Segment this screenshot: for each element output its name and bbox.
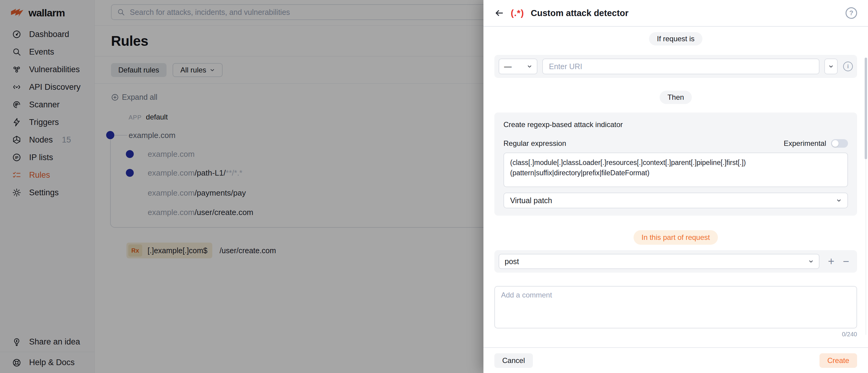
toggle-knob: [832, 140, 839, 147]
panel-title: Custom attack detector: [531, 8, 628, 18]
cancel-button[interactable]: Cancel: [494, 353, 533, 368]
remove-part-button[interactable]: −: [843, 256, 849, 267]
panel-footer: Cancel Create: [484, 347, 868, 373]
action-card: Create regexp-based attack indicator Reg…: [494, 113, 857, 216]
wallarm-app: wallarm Dashboard Events Vulnerabilities: [0, 0, 868, 373]
request-part-select[interactable]: post: [499, 254, 819, 269]
experimental-label: Experimental: [784, 139, 826, 148]
experimental-toggle[interactable]: [831, 139, 848, 148]
info-icon[interactable]: i: [843, 62, 853, 71]
in-this-part-of-request-pill: In this part of request: [633, 230, 718, 245]
request-part-value: post: [505, 257, 519, 266]
minus-icon: −: [843, 255, 849, 268]
panel-scrollbar-thumb[interactable]: [865, 58, 867, 159]
back-arrow-icon[interactable]: [494, 8, 504, 18]
if-request-is-pill: If request is: [649, 32, 703, 45]
panel-header: (.*) Custom attack detector ?: [484, 0, 868, 27]
then-label: Then: [668, 93, 684, 102]
regex-value-input[interactable]: (class[.]module[.]classLoader[.]resource…: [503, 153, 848, 187]
comment-char-counter: 0/240: [494, 331, 857, 338]
add-condition-dropdown[interactable]: [824, 59, 838, 74]
create-label: Create: [827, 356, 849, 365]
regular-expression-label: Regular expression: [503, 139, 566, 148]
experimental-control: Experimental: [784, 139, 848, 148]
info-glyph: i: [847, 63, 848, 70]
chevron-down-icon: [836, 198, 841, 203]
condition-row: — i: [494, 55, 857, 78]
comment-input[interactable]: [494, 286, 857, 329]
panel-body: If request is — i Then Create regexp-bas…: [484, 27, 868, 344]
then-pill: Then: [660, 91, 692, 104]
regex-rule-icon: (.*): [511, 8, 524, 18]
cancel-label: Cancel: [502, 356, 525, 365]
plus-icon: +: [828, 255, 834, 268]
uri-input[interactable]: [542, 59, 819, 74]
attack-type-select[interactable]: Virtual patch: [503, 193, 848, 208]
add-part-button[interactable]: +: [828, 256, 834, 267]
create-button[interactable]: Create: [819, 353, 857, 368]
custom-attack-detector-panel: (.*) Custom attack detector ? If request…: [484, 0, 868, 373]
regex-label-row: Regular expression Experimental: [503, 139, 848, 148]
help-icon[interactable]: ?: [845, 7, 857, 19]
if-request-is-label: If request is: [657, 35, 694, 43]
chevron-down-icon: [809, 259, 813, 264]
attack-type-value: Virtual patch: [510, 196, 552, 205]
condition-operator-select[interactable]: —: [499, 59, 537, 74]
chevron-down-icon: [527, 64, 532, 69]
action-title: Create regexp-based attack indicator: [503, 120, 848, 129]
in-this-part-of-request-label: In this part of request: [642, 233, 710, 242]
operator-value: —: [504, 62, 512, 71]
help-glyph: ?: [849, 9, 853, 17]
chevron-down-icon: [829, 64, 833, 69]
request-part-row: post + −: [494, 250, 857, 273]
